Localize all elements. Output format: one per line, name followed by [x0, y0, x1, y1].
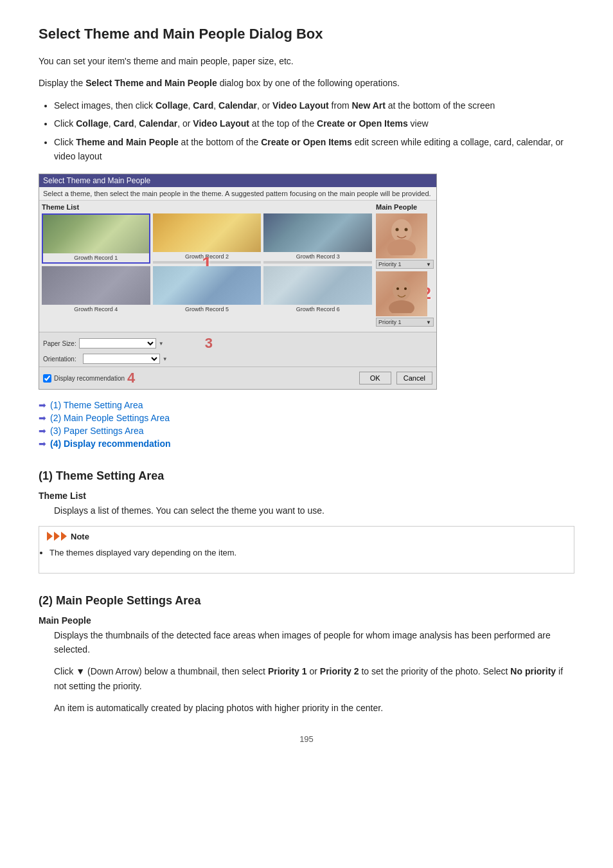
display-recommendation-checkbox[interactable] — [43, 374, 51, 383]
link-display-rec[interactable]: (4) Display recommendation — [50, 439, 171, 449]
link-item-4: ➡ (4) Display recommendation — [39, 439, 574, 449]
main-people-title: Main People — [376, 203, 434, 211]
svg-point-7 — [404, 287, 407, 290]
arrow-icon-2: ➡ — [39, 413, 46, 423]
main-people-desc-3: An item is automatically created by plac… — [54, 701, 574, 715]
arrow-icon-1: ➡ — [39, 400, 46, 410]
dialog-box: Select Theme and Main People Select a th… — [39, 174, 437, 390]
paper-size-label: Paper Size: — [43, 340, 76, 347]
note-box-theme: Note The themes displayed vary depending… — [39, 526, 574, 574]
note-item-1: The themes displayed vary depending on t… — [49, 547, 566, 560]
theme-thumb-5 — [153, 266, 262, 305]
note-arrow-2 — [54, 532, 60, 541]
arrow-icon-4: ➡ — [39, 439, 46, 449]
theme-item-5[interactable]: Growth Record 5 — [153, 266, 262, 314]
theme-grid: 1 Growth Record 1 Growth Record 2 Growth… — [42, 213, 372, 314]
theme-label-1: Growth Record 1 — [43, 253, 149, 262]
svg-point-1 — [387, 239, 416, 255]
operation-list: Select images, then click Collage, Card,… — [54, 98, 574, 164]
paper-fields: Paper Size: ▼ 3 Orientation: ▼ — [43, 335, 432, 364]
link-theme-setting[interactable]: (1) Theme Setting Area — [50, 400, 143, 410]
paper-size-select[interactable] — [79, 338, 156, 348]
theme-thumb-6 — [263, 266, 372, 305]
link-main-people[interactable]: (2) Main People Settings Area — [50, 413, 170, 423]
theme-thumb-4 — [42, 266, 150, 305]
face-svg-2 — [379, 275, 424, 313]
operation-item-1: Select images, then click Collage, Card,… — [54, 98, 574, 113]
svg-point-3 — [405, 228, 408, 231]
theme-item-2[interactable]: Growth Record 2 — [153, 213, 262, 264]
cancel-button[interactable]: Cancel — [396, 372, 432, 384]
bold-dialog-name: Select Theme and Main People — [85, 78, 217, 88]
theme-label-3: Growth Record 3 — [263, 252, 372, 261]
link-item-3: ➡ (3) Paper Settings Area — [39, 426, 574, 436]
note-label: Note — [71, 532, 89, 541]
theme-item-1[interactable]: Growth Record 1 — [42, 213, 150, 264]
svg-point-2 — [396, 228, 399, 231]
subheading-theme-list: Theme List — [39, 491, 574, 501]
svg-point-0 — [391, 219, 412, 242]
theme-item-4[interactable]: Growth Record 4 — [42, 266, 150, 314]
note-icon-theme — [47, 532, 67, 541]
person-thumb-1 — [376, 213, 427, 258]
orientation-row: Orientation: ▼ — [43, 354, 432, 364]
link-item-1: ➡ (1) Theme Setting Area — [39, 400, 574, 410]
theme-thumb-1 — [43, 215, 149, 253]
note-arrow-3 — [61, 532, 67, 541]
page-title: Select Theme and Main People Dialog Box — [39, 26, 574, 42]
priority-label-1: Priority 1 — [378, 261, 402, 267]
main-people-desc-2: Click ▼ (Down Arrow) below a thumbnail, … — [54, 664, 574, 693]
theme-item-3[interactable]: Growth Record 3 — [263, 213, 372, 264]
svg-point-5 — [389, 300, 414, 313]
link-paper-settings[interactable]: (3) Paper Settings Area — [50, 426, 144, 436]
operation-item-3: Click Theme and Main People at the botto… — [54, 135, 574, 164]
subheading-main-people: Main People — [39, 615, 574, 626]
dialog-title-text: Select Theme and Main People — [43, 176, 150, 185]
orientation-arrow: ▼ — [163, 356, 168, 362]
orientation-select[interactable] — [83, 354, 160, 364]
svg-point-6 — [396, 287, 399, 290]
priority-arrow-2[interactable]: ▼ — [426, 320, 431, 325]
intro-para-2: Display the Select Theme and Main People… — [39, 76, 574, 90]
link-item-2: ➡ (2) Main People Settings Area — [39, 413, 574, 423]
links-section: ➡ (1) Theme Setting Area ➡ (2) Main Peop… — [39, 400, 574, 449]
ok-button[interactable]: OK — [359, 372, 391, 384]
paper-settings-row: Paper Size: ▼ 3 Orientation: ▼ — [39, 332, 436, 366]
dialog-title-bar: Select Theme and Main People — [39, 174, 436, 187]
theme-label-5: Growth Record 5 — [153, 305, 262, 314]
priority-bar-1[interactable]: Priority 1 ▼ — [376, 260, 434, 269]
priority-bar-2[interactable]: Priority 1 ▼ — [376, 318, 434, 327]
main-people-section: Main People 2 Priority 1 ▼ — [376, 203, 434, 329]
theme-label-2: Growth Record 2 — [153, 252, 262, 261]
note-arrow-1 — [47, 532, 53, 541]
orientation-label: Orientation: — [43, 356, 76, 363]
badge-3: 3 — [205, 335, 213, 352]
theme-list-desc: Displays a list of themes. You can selec… — [54, 503, 574, 518]
priority-label-2: Priority 1 — [378, 319, 402, 325]
dialog-footer: Display recommendation 4 OK Cancel — [39, 366, 436, 389]
theme-label-4: Growth Record 4 — [42, 305, 150, 314]
theme-item-6[interactable]: Growth Record 6 — [263, 266, 372, 314]
dialog-body: Theme List 1 Growth Record 1 Growth Reco… — [39, 201, 436, 332]
theme-thumb-3 — [263, 213, 372, 252]
face-svg-1 — [379, 217, 424, 255]
dialog-instruction: Select a theme, then select the main peo… — [39, 187, 436, 201]
theme-section: Theme List 1 Growth Record 1 Growth Reco… — [42, 203, 372, 329]
main-people-desc-1: Displays the thumbnails of the detected … — [54, 628, 574, 657]
theme-thumb-2 — [153, 213, 262, 252]
note-title-theme: Note — [47, 532, 566, 541]
display-recommendation-row: Display recommendation 4 — [43, 370, 135, 386]
display-recommendation-label: Display recommendation — [54, 375, 125, 382]
page-number: 195 — [39, 734, 574, 744]
note-content-theme: The themes displayed vary depending on t… — [49, 547, 566, 560]
intro-para-1: You can set your item's theme and main p… — [39, 54, 574, 68]
priority-arrow-1[interactable]: ▼ — [426, 262, 431, 267]
paper-size-row: Paper Size: ▼ 3 — [43, 335, 432, 352]
section-heading-main-people: (2) Main People Settings Area — [39, 589, 574, 608]
theme-list-label: Theme List — [42, 203, 372, 211]
operation-item-2: Click Collage, Card, Calendar, or Video … — [54, 116, 574, 131]
section-heading-theme: (1) Theme Setting Area — [39, 464, 574, 483]
theme-label-6: Growth Record 6 — [263, 305, 372, 314]
paper-size-arrow: ▼ — [159, 341, 164, 347]
person-thumb-2 — [376, 271, 427, 316]
